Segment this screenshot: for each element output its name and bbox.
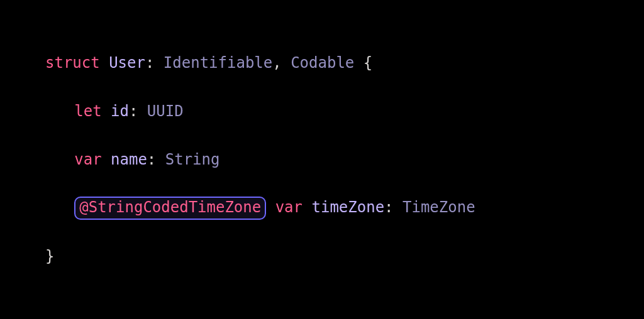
protocol-codable: Codable	[291, 54, 354, 72]
type-uuid: UUID	[147, 102, 184, 120]
comma: ,	[272, 54, 281, 72]
protocol-identifiable: Identifiable	[164, 54, 272, 72]
brace-close: }	[45, 247, 54, 265]
property-timezone: timeZone	[311, 198, 384, 216]
code-snippet: struct User: Identifiable, Codable { let…	[45, 27, 475, 293]
keyword-let: let	[74, 102, 101, 120]
colon: :	[147, 151, 156, 168]
property-id: id	[111, 102, 129, 120]
code-line-3: var name: String	[45, 148, 475, 171]
colon: :	[384, 198, 393, 216]
code-line-4: @StringCodedTimeZone var timeZone: TimeZ…	[45, 195, 475, 220]
type-timezone: TimeZone	[402, 198, 475, 216]
struct-name: User	[109, 54, 145, 72]
code-line-1: struct User: Identifiable, Codable {	[45, 51, 475, 75]
keyword-struct: struct	[45, 54, 100, 72]
colon: :	[129, 102, 138, 120]
code-line-5: }	[45, 244, 475, 268]
type-string: String	[165, 151, 220, 168]
property-wrapper-highlight: @StringCodedTimeZone	[74, 197, 266, 220]
brace-open: {	[364, 54, 372, 72]
property-name: name	[111, 151, 147, 168]
keyword-var: var	[74, 151, 101, 168]
code-line-2: let id: UUID	[45, 99, 475, 123]
colon: :	[145, 54, 154, 72]
keyword-var: var	[275, 198, 303, 216]
